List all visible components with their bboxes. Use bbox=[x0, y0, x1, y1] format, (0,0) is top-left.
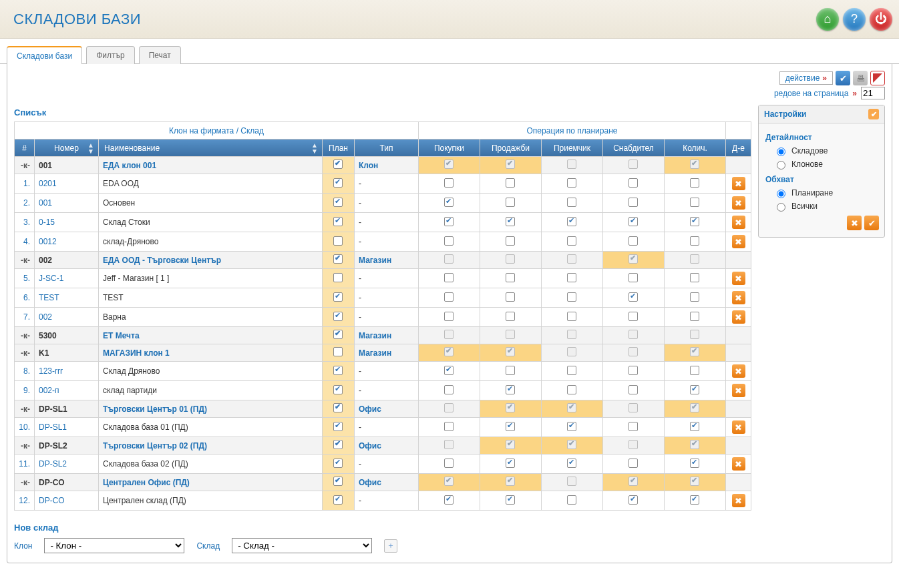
checkbox[interactable] bbox=[506, 292, 515, 302]
checkbox[interactable] bbox=[444, 292, 454, 302]
delete-button[interactable]: ✖ bbox=[732, 494, 745, 507]
row-name[interactable]: Складова база 01 (ПД) bbox=[99, 418, 323, 437]
row-name[interactable]: Складова база 02 (ПД) bbox=[99, 455, 323, 474]
col-type[interactable]: Тип bbox=[354, 139, 418, 157]
plan-checkbox[interactable] bbox=[333, 178, 343, 188]
checkbox[interactable] bbox=[506, 495, 515, 505]
checkbox[interactable] bbox=[567, 495, 576, 505]
tab-warehouses[interactable]: Складови бази bbox=[7, 46, 82, 64]
row-number[interactable]: 001 bbox=[35, 157, 99, 174]
print-button[interactable]: 🖶 bbox=[853, 71, 868, 85]
row-name[interactable]: ЕДА клон 001 bbox=[99, 157, 323, 174]
checkbox[interactable] bbox=[444, 385, 454, 394]
checkbox[interactable] bbox=[567, 292, 576, 302]
plan-checkbox[interactable] bbox=[333, 236, 343, 246]
delete-button[interactable]: ✖ bbox=[732, 310, 745, 324]
checkbox[interactable] bbox=[567, 459, 576, 468]
checkbox[interactable] bbox=[628, 273, 638, 282]
radio-scope-planning[interactable]: Планиране bbox=[765, 186, 879, 200]
checkbox[interactable] bbox=[690, 198, 699, 207]
col-buy[interactable]: Покупки bbox=[418, 139, 480, 157]
plan-checkbox[interactable] bbox=[333, 366, 343, 375]
checkbox[interactable] bbox=[567, 422, 576, 431]
checkbox[interactable] bbox=[628, 178, 638, 188]
row-number[interactable]: J-SC-1 bbox=[35, 269, 99, 288]
sklad-select[interactable]: - Склад - bbox=[232, 538, 372, 553]
checkbox[interactable] bbox=[690, 217, 699, 226]
row-name[interactable]: ЕТ Мечта bbox=[99, 327, 323, 344]
checkbox[interactable] bbox=[690, 312, 699, 321]
row-name[interactable]: Основен bbox=[99, 194, 323, 213]
plan-checkbox[interactable] bbox=[333, 330, 343, 339]
checkbox[interactable] bbox=[628, 292, 638, 302]
checkbox[interactable] bbox=[444, 273, 454, 282]
checkbox[interactable] bbox=[444, 312, 454, 321]
row-number[interactable]: DP-SL1 bbox=[35, 418, 99, 437]
home-button[interactable]: ⌂ bbox=[816, 8, 839, 31]
row-number[interactable]: 123-rrr bbox=[35, 362, 99, 381]
checkbox[interactable] bbox=[567, 178, 576, 188]
radio-scope-all[interactable]: Всички bbox=[765, 200, 879, 213]
row-number[interactable]: 002-п bbox=[35, 381, 99, 400]
checkbox[interactable] bbox=[444, 459, 454, 468]
row-number[interactable]: DP-CO bbox=[35, 491, 99, 511]
action-dropdown[interactable]: действие» bbox=[779, 71, 833, 85]
logout-button[interactable]: ⏻ bbox=[870, 8, 892, 31]
row-number[interactable]: 0012 bbox=[35, 232, 99, 252]
help-button[interactable]: ? bbox=[843, 8, 866, 31]
row-name[interactable]: склад-Дряново bbox=[99, 232, 323, 252]
checkbox[interactable] bbox=[567, 273, 576, 282]
row-name[interactable]: Склад Дряново bbox=[99, 362, 323, 381]
col-recv[interactable]: Приемчик bbox=[541, 139, 602, 157]
tab-print[interactable]: Печат bbox=[139, 46, 181, 64]
row-name[interactable]: Търговски Център 01 (ПД) bbox=[99, 400, 323, 418]
delete-button[interactable]: ✖ bbox=[732, 235, 745, 248]
rows-per-page-input[interactable] bbox=[861, 87, 885, 99]
checkbox[interactable] bbox=[690, 292, 699, 302]
plan-checkbox[interactable] bbox=[333, 217, 343, 226]
checkbox[interactable] bbox=[690, 422, 699, 431]
checkbox[interactable] bbox=[567, 385, 576, 394]
row-name[interactable]: Търговски Център 02 (ПД) bbox=[99, 437, 323, 455]
row-number[interactable]: 001 bbox=[35, 194, 99, 213]
checkbox[interactable] bbox=[690, 273, 699, 282]
radio-detail-warehouses[interactable]: Складове bbox=[765, 144, 879, 158]
checkbox[interactable] bbox=[506, 236, 515, 246]
delete-button[interactable]: ✖ bbox=[732, 420, 745, 434]
checkbox[interactable] bbox=[690, 459, 699, 468]
checkbox[interactable] bbox=[628, 385, 638, 394]
plan-checkbox[interactable] bbox=[333, 385, 343, 394]
delete-button[interactable]: ✖ bbox=[732, 216, 745, 229]
checkbox[interactable] bbox=[690, 178, 699, 188]
checkbox[interactable] bbox=[567, 366, 576, 375]
plan-checkbox[interactable] bbox=[333, 292, 343, 302]
checkbox[interactable] bbox=[690, 495, 699, 505]
plan-checkbox[interactable] bbox=[333, 347, 343, 356]
add-button[interactable]: ＋ bbox=[384, 539, 397, 553]
col-qty[interactable]: Колич. bbox=[664, 139, 725, 157]
reset-button[interactable] bbox=[870, 71, 885, 85]
plan-checkbox[interactable] bbox=[333, 422, 343, 431]
plan-checkbox[interactable] bbox=[333, 459, 343, 468]
col-sell[interactable]: Продажби bbox=[480, 139, 541, 157]
checkbox[interactable] bbox=[567, 312, 576, 321]
delete-button[interactable]: ✖ bbox=[732, 196, 745, 210]
checkbox[interactable] bbox=[567, 198, 576, 207]
checkbox[interactable] bbox=[506, 312, 515, 321]
col-index[interactable]: # bbox=[15, 139, 35, 157]
row-name[interactable]: МАГАЗИН клон 1 bbox=[99, 344, 323, 362]
row-number[interactable]: 0-15 bbox=[35, 213, 99, 232]
row-name[interactable]: TEST bbox=[99, 288, 323, 308]
checkbox[interactable] bbox=[567, 217, 576, 226]
row-name[interactable]: Jeff - Магазин [ 1 ] bbox=[99, 269, 323, 288]
plan-checkbox[interactable] bbox=[333, 160, 343, 169]
delete-button[interactable]: ✖ bbox=[732, 272, 745, 285]
checkbox[interactable] bbox=[690, 366, 699, 375]
checkbox[interactable] bbox=[444, 236, 454, 246]
checkbox[interactable] bbox=[506, 366, 515, 375]
checkbox[interactable] bbox=[444, 366, 454, 375]
checkbox[interactable] bbox=[444, 217, 454, 226]
checkbox[interactable] bbox=[690, 385, 699, 394]
plan-checkbox[interactable] bbox=[333, 254, 343, 264]
checkbox[interactable] bbox=[628, 366, 638, 375]
